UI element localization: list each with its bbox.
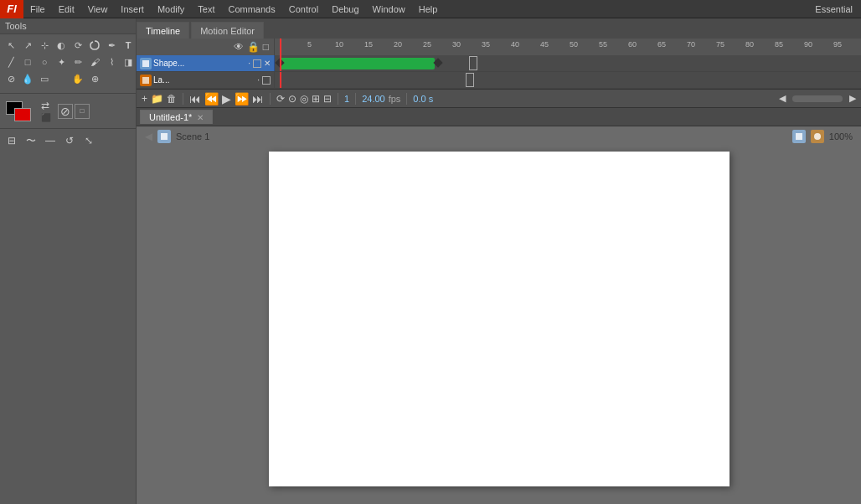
scene-nav-back[interactable]: ◀ xyxy=(145,131,152,142)
layer-row-shape[interactable]: Shape... · ✕ xyxy=(137,55,861,72)
clip-icon[interactable] xyxy=(792,130,806,143)
eyedropper-tool[interactable]: 💧 xyxy=(19,70,36,87)
next-frame-btn[interactable]: ⏩ xyxy=(235,92,249,105)
default-colors-icon[interactable]: ⬛ xyxy=(41,113,51,122)
polystar-tool[interactable]: ✦ xyxy=(53,54,70,70)
3d-rotation-tool[interactable]: ⟳ xyxy=(70,37,86,54)
pencil-tool[interactable]: ✏ xyxy=(70,54,86,70)
eye-column-icon[interactable]: 👁 xyxy=(234,41,244,53)
layer-lock-shape[interactable] xyxy=(253,59,261,68)
play-btn[interactable]: ▶ xyxy=(222,92,231,105)
layer-close-shape[interactable]: ✕ xyxy=(264,59,271,68)
separator-2 xyxy=(270,93,271,105)
bone-tool[interactable]: ⌇ xyxy=(103,54,120,70)
timeline-scroll-right[interactable]: ▶ xyxy=(849,93,856,104)
hand-tool[interactable]: ✋ xyxy=(70,70,86,87)
delete-layer-icon[interactable]: 🗑 xyxy=(167,93,177,105)
no-color-fill[interactable]: □ xyxy=(75,104,90,119)
menu-commands[interactable]: Commands xyxy=(221,0,281,18)
layer-frames-shape[interactable] xyxy=(275,55,861,71)
no-color-stroke[interactable]: ⊘ xyxy=(58,104,73,119)
outline-column-icon[interactable]: □ xyxy=(263,41,269,53)
zoom-tool[interactable]: ⊕ xyxy=(86,70,103,87)
layer-frames-layer[interactable] xyxy=(275,72,861,88)
prev-frame-btn[interactable]: ⏪ xyxy=(204,92,219,105)
menu-view[interactable]: View xyxy=(81,0,115,18)
subselect-tool[interactable]: ↗ xyxy=(19,37,36,54)
snap-icon2[interactable] xyxy=(811,130,824,143)
separator-3 xyxy=(338,93,338,105)
timeline-scroll-bar[interactable] xyxy=(792,95,843,102)
svg-rect-0 xyxy=(142,60,149,67)
menu-window[interactable]: Window xyxy=(366,0,412,18)
swap-colors-icon[interactable]: ⇄ xyxy=(41,100,51,111)
zoom-level: 100% xyxy=(829,131,853,141)
doc-tabs: Untitled-1* ✕ xyxy=(137,108,861,126)
separator-5 xyxy=(406,93,407,105)
menu-debug[interactable]: Debug xyxy=(325,0,365,18)
snap-icon[interactable]: ⊟ xyxy=(3,132,20,149)
lock-column-icon[interactable]: 🔒 xyxy=(247,41,260,53)
menu-edit[interactable]: Edit xyxy=(52,0,81,18)
ruler-tick-45: 45 xyxy=(540,39,549,49)
scale-icon[interactable]: ⤡ xyxy=(80,132,97,149)
rect-tool[interactable]: □ xyxy=(19,54,36,70)
stage[interactable] xyxy=(269,152,730,486)
pen-tool[interactable]: ✒ xyxy=(103,37,120,54)
onion-skin-icon[interactable]: ⊙ xyxy=(288,93,296,105)
menu-insert[interactable]: Insert xyxy=(114,0,151,18)
ruler-tick-70: 70 xyxy=(687,39,695,49)
onion-skin-outlines-icon[interactable]: ◎ xyxy=(300,93,308,105)
gradient-tool[interactable]: ◐ xyxy=(53,37,70,54)
tab-timeline[interactable]: Timeline xyxy=(137,22,189,39)
add-layer-icon[interactable]: + xyxy=(142,93,147,105)
brush-tool[interactable]: 🖌 xyxy=(86,54,103,70)
layer-icon-shape xyxy=(140,58,152,69)
menu-help[interactable]: Help xyxy=(412,0,445,18)
layer-lock-layer[interactable] xyxy=(262,76,271,85)
line-tool[interactable]: ╱ xyxy=(3,54,19,70)
oval-tool[interactable]: ○ xyxy=(36,54,53,70)
svg-rect-2 xyxy=(161,133,168,140)
eraser-tool[interactable]: ▭ xyxy=(36,70,53,87)
ruler-tick-30: 30 xyxy=(452,39,461,49)
layer-eye-shape[interactable]: · xyxy=(248,59,250,68)
menu-text[interactable]: Text xyxy=(191,0,221,18)
free-transform-tool[interactable]: ⊹ xyxy=(36,37,53,54)
arrow-tool[interactable]: ↖ xyxy=(3,37,19,54)
timeline-header-row: 👁 🔒 □ 5 10 15 20 25 30 35 40 45 50 55 xyxy=(137,39,861,55)
goto-first-frame-btn[interactable]: ⏮ xyxy=(189,92,201,105)
paint-bucket-tool[interactable]: ◨ xyxy=(120,54,137,70)
ruler-tick-95: 95 xyxy=(833,39,842,49)
menu-bar: Fl File Edit View Insert Modify Text Com… xyxy=(0,0,861,18)
timeline-layers: Shape... · ✕ xyxy=(137,55,861,89)
menu-control[interactable]: Control xyxy=(282,0,325,18)
timeline-tabs: Timeline Motion Editor xyxy=(137,18,861,39)
layer-icon-layer xyxy=(140,75,152,86)
straighten-icon[interactable]: — xyxy=(42,132,59,149)
ruler-tick-15: 15 xyxy=(364,39,373,49)
fill-color[interactable] xyxy=(14,108,31,121)
time-display: 0.0 s xyxy=(413,94,433,104)
tab-motion-editor[interactable]: Motion Editor xyxy=(191,22,264,39)
doc-tab-untitled[interactable]: Untitled-1* ✕ xyxy=(140,110,213,124)
lasso-tool[interactable] xyxy=(86,37,103,54)
doc-tab-close[interactable]: ✕ xyxy=(197,113,204,122)
layer-name-shape: Shape... xyxy=(153,59,246,68)
edit-multiple-frames-icon[interactable]: ⊞ xyxy=(312,93,320,105)
goto-last-frame-btn[interactable]: ⏭ xyxy=(252,92,264,105)
ink-bottle-tool[interactable]: ⊘ xyxy=(3,70,19,87)
text-tool[interactable]: T xyxy=(120,37,137,54)
rotate-icon[interactable]: ↺ xyxy=(61,132,78,149)
add-folder-icon[interactable]: 📁 xyxy=(151,93,163,105)
layer-eye-layer[interactable]: · xyxy=(257,75,260,85)
content-area: Timeline Motion Editor 👁 🔒 □ 5 10 15 20 … xyxy=(137,18,861,504)
menu-modify[interactable]: Modify xyxy=(151,0,191,18)
smooth-icon[interactable]: 〜 xyxy=(23,132,39,149)
timeline-scroll-left[interactable]: ◀ xyxy=(779,93,786,104)
menu-file[interactable]: File xyxy=(23,0,52,18)
ruler-tick-85: 85 xyxy=(775,39,783,49)
modify-onion-markers-icon[interactable]: ⊟ xyxy=(323,93,332,105)
loop-icon[interactable]: ⟳ xyxy=(276,93,285,105)
layer-row-layer[interactable]: La... · xyxy=(137,72,861,89)
